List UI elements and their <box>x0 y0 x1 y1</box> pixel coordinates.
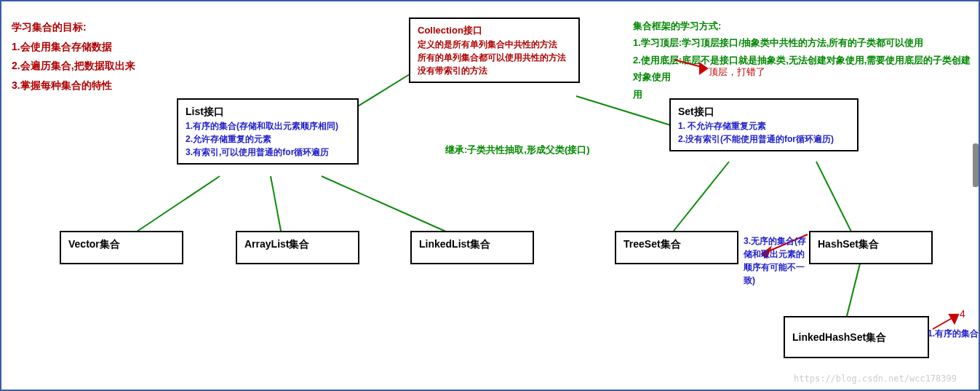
svg-line-5 <box>671 162 729 234</box>
watermark-text: https://blog.csdn.net/wcc178399 <box>794 374 957 384</box>
set-l1: 1. 不允许存储重复元素 <box>678 119 850 133</box>
list-box: List接口 1.有序的集合(存储和取出元素顺序相同) 2.允许存储重复的元素 … <box>177 98 359 165</box>
set-box: Set接口 1. 不允许存储重复元素 2.没有索引(不能使用普通的for循环遍历… <box>669 98 859 151</box>
linkedhashset-title: LinkedHashSet集合 <box>792 330 886 345</box>
svg-line-12 <box>933 315 958 329</box>
svg-line-4 <box>322 176 453 234</box>
list-title: List接口 <box>186 104 350 119</box>
treeset-box: TreeSet集合 <box>615 231 738 264</box>
set-l2: 2.没有索引(不能使用普通的for循环遍历) <box>678 133 850 146</box>
hashset-annotation: 3.无序的集合(存储和取出元素的顺序有可能不一致) <box>744 234 809 287</box>
study-title: 集合框架的学习方式: <box>633 17 975 34</box>
svg-line-6 <box>816 162 853 234</box>
collection-l1: 定义的是所有单列集合中共性的方法 <box>418 38 571 51</box>
set-title: Set接口 <box>678 104 850 119</box>
linkedhashset-box: LinkedHashSet集合 <box>784 316 929 358</box>
collection-box: Collection接口 定义的是所有单列集合中共性的方法 所有的单列集合都可以… <box>409 17 580 83</box>
hashset-title: HashSet集合 <box>818 237 924 252</box>
svg-line-7 <box>845 264 860 322</box>
study-l2: 2.使用底层:底层不是接口就是抽象类,无法创建对象使用,需要使用底层的子类创建对… <box>633 52 975 86</box>
vector-title: Vector集合 <box>68 237 175 252</box>
arraylist-title: ArrayList集合 <box>244 237 351 252</box>
goals-title: 学习集合的目标: <box>12 17 135 37</box>
vector-box: Vector集合 <box>60 231 183 264</box>
hashset-box: HashSet集合 <box>809 231 933 264</box>
annotation-number-4: 4 <box>960 308 965 320</box>
svg-line-0 <box>351 74 410 111</box>
svg-line-3 <box>271 176 282 234</box>
linkedlist-box: LinkedList集合 <box>410 231 534 264</box>
treeset-title: TreeSet集合 <box>624 237 730 252</box>
collection-title: Collection接口 <box>418 23 571 38</box>
arraylist-box: ArrayList集合 <box>236 231 359 264</box>
goals-l2: 2.会遍历集合,把数据取出来 <box>12 56 135 76</box>
list-l2: 2.允许存储重复的元素 <box>186 133 350 146</box>
goals-l1: 1.会使用集合存储数据 <box>12 37 135 57</box>
list-l3: 3.有索引,可以使用普通的for循环遍历 <box>186 146 350 159</box>
linkedlist-title: LinkedList集合 <box>419 237 525 252</box>
linkedhashset-annotation: 1.有序的集合 <box>928 328 979 340</box>
list-l1: 1.有序的集合(存储和取出元素顺序相同) <box>186 119 350 133</box>
scrollbar-thumb[interactable] <box>973 143 979 187</box>
goals-l3: 3.掌握每种集合的特性 <box>12 76 135 95</box>
svg-marker-13 <box>949 315 958 323</box>
study-method: 集合框架的学习方式: 1.学习顶层:学习顶层接口/抽象类中共性的方法,所有的子类… <box>633 17 975 103</box>
top-typo-annotation: 顶层，打错了 <box>709 66 765 79</box>
learning-goals: 学习集合的目标: 1.会使用集合存储数据 2.会遍历集合,把数据取出来 3.掌握… <box>12 17 135 95</box>
svg-line-2 <box>132 176 220 234</box>
collection-l3: 没有带索引的方法 <box>418 64 571 77</box>
inherit-label: 继承:子类共性抽取,形成父类(接口) <box>445 143 590 157</box>
collection-l2: 所有的单列集合都可以使用共性的方法 <box>418 51 571 64</box>
study-l1: 1.学习顶层:学习顶层接口/抽象类中共性的方法,所有的子类都可以使用 <box>633 34 975 51</box>
